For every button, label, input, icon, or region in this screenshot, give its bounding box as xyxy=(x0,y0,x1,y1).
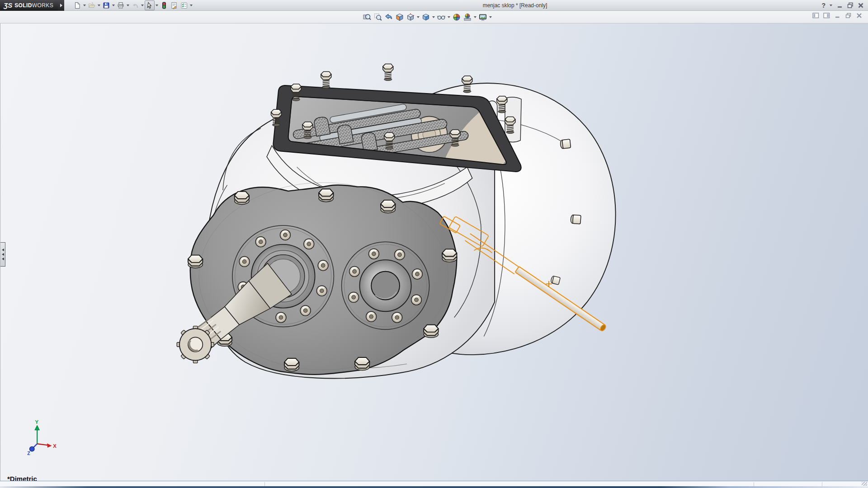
edit-appearance-button[interactable] xyxy=(451,12,462,23)
hide-show-items-button[interactable] xyxy=(436,12,447,23)
new-document-icon xyxy=(74,2,81,9)
triad-z-label: Z xyxy=(27,451,30,456)
rebuild-button[interactable] xyxy=(159,0,169,10)
document-title: menjac sklop * [Read-only] xyxy=(483,2,547,9)
title-bar: ƷS SOLIDWORKS xyxy=(0,0,868,11)
previous-view-button[interactable] xyxy=(383,12,394,23)
hide-show-items-dropdown[interactable] xyxy=(447,12,451,22)
open-document-dropdown[interactable] xyxy=(97,0,101,10)
orientation-triad: Y X Z xyxy=(27,419,57,455)
view-settings-monitor-icon xyxy=(479,13,487,21)
triad-y-label: Y xyxy=(35,419,38,425)
select-tool-button[interactable] xyxy=(145,0,155,10)
save-button[interactable] xyxy=(101,0,111,10)
zoom-to-fit-button[interactable] xyxy=(362,12,373,23)
statusbar-divider xyxy=(822,482,822,486)
file-properties-icon xyxy=(170,2,178,9)
apply-scene-dropdown[interactable] xyxy=(473,12,477,22)
select-cursor-icon xyxy=(146,2,153,9)
collapse-arrow-icon xyxy=(2,258,4,260)
document-frame-bar xyxy=(0,11,868,23)
rear-plug-top[interactable] xyxy=(560,139,571,149)
view-settings-dropdown[interactable] xyxy=(488,12,493,22)
app-window-controls: ? xyxy=(821,0,868,10)
new-document-button[interactable] xyxy=(72,0,82,10)
feature-tree-expand-tab[interactable] xyxy=(0,242,5,267)
close-button[interactable] xyxy=(857,2,864,9)
select-tool-dropdown[interactable] xyxy=(155,0,159,10)
graphics-viewport[interactable]: Y X Z xyxy=(0,23,868,481)
zoom-to-area-button[interactable] xyxy=(373,12,383,23)
options-checklist-icon xyxy=(180,2,188,9)
new-document-dropdown[interactable] xyxy=(82,0,87,10)
resize-grip[interactable] xyxy=(862,482,867,486)
undo-button[interactable] xyxy=(130,0,140,10)
apply-scene-icon xyxy=(463,13,472,21)
brand-name: SOLIDWORKS xyxy=(14,2,53,9)
view-orientation-icon xyxy=(406,13,415,21)
view-orientation-button[interactable] xyxy=(405,12,416,23)
triad-x-label: X xyxy=(53,443,57,449)
apply-scene-button[interactable] xyxy=(462,12,473,23)
menu-expand-button[interactable] xyxy=(58,0,64,11)
print-dropdown[interactable] xyxy=(126,0,130,10)
help-dropdown[interactable] xyxy=(829,0,833,10)
undo-dropdown[interactable] xyxy=(140,0,145,10)
minimize-button[interactable] xyxy=(836,2,844,9)
collapse-arrow-icon xyxy=(2,249,4,251)
statusbar-divider xyxy=(754,482,754,486)
standard-toolbar xyxy=(72,0,193,10)
rebuild-traffic-light-icon xyxy=(160,2,168,9)
restore-button[interactable] xyxy=(847,2,854,9)
pane-left-button[interactable] xyxy=(812,12,819,19)
pane-right-button[interactable] xyxy=(823,12,830,19)
solidworks-logo: ƷS SOLIDWORKS xyxy=(0,0,58,11)
statusbar-divider xyxy=(264,482,265,486)
display-style-button[interactable] xyxy=(420,12,431,23)
collapse-arrow-icon xyxy=(2,253,4,256)
rear-plug-middle[interactable] xyxy=(571,215,581,224)
expand-arrow-icon xyxy=(60,4,62,7)
save-dropdown[interactable] xyxy=(111,0,116,10)
print-button[interactable] xyxy=(116,0,126,10)
document-restore-button[interactable] xyxy=(845,12,852,19)
document-window-controls xyxy=(812,12,863,19)
options-dropdown[interactable] xyxy=(189,0,193,10)
save-icon xyxy=(103,2,110,9)
file-properties-button[interactable] xyxy=(169,0,179,10)
zoom-to-area-icon xyxy=(374,13,382,21)
previous-view-icon xyxy=(385,13,393,21)
undo-icon xyxy=(132,2,139,9)
display-style-dropdown[interactable] xyxy=(431,12,436,22)
zoom-to-fit-icon xyxy=(363,13,371,21)
section-view-button[interactable] xyxy=(394,12,405,23)
appearance-sphere-icon xyxy=(453,13,461,21)
open-document-icon xyxy=(88,2,95,9)
view-orientation-dropdown[interactable] xyxy=(416,12,420,22)
display-style-icon xyxy=(422,13,430,21)
eyeglasses-icon xyxy=(437,13,445,21)
spline-end-face xyxy=(177,326,214,363)
document-close-button[interactable] xyxy=(856,12,863,19)
print-icon xyxy=(117,2,124,9)
headsup-view-toolbar xyxy=(362,12,493,23)
help-icon[interactable]: ? xyxy=(821,2,826,9)
section-view-icon xyxy=(396,13,404,21)
gearbox-model[interactable]: Y X Z xyxy=(0,23,868,481)
view-settings-button[interactable] xyxy=(477,12,488,23)
document-minimize-button[interactable] xyxy=(834,12,841,19)
options-button[interactable] xyxy=(179,0,189,10)
status-bar xyxy=(0,481,868,488)
3ds-logo-glyph: ƷS xyxy=(4,1,12,9)
open-document-button[interactable] xyxy=(87,0,97,10)
